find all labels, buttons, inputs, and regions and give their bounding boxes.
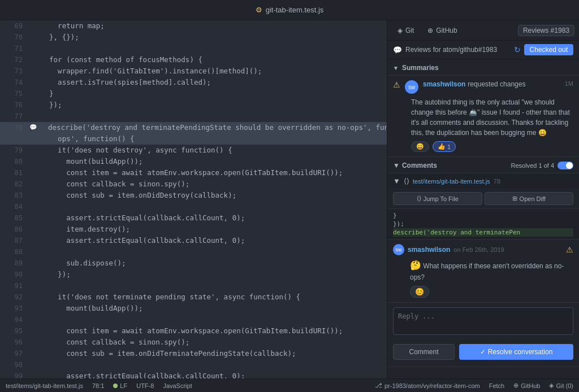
resolve-button[interactable]: ✓ Resolve conversation [459,344,573,360]
code-line: 84 [0,201,387,212]
panel-subheader: 💬 Reviews for atom/github#1983 ↻ Checked… [387,41,579,59]
snippet-line-3: describe('destroy and terminatePen [393,228,573,237]
open-diff-label: Open Diff [520,195,546,202]
line-number: 71 [0,43,29,54]
thumbs-up-reaction[interactable]: 👍 1 [433,141,456,152]
line-number: 81 [0,167,29,178]
code-line: 99 assert.strictEqual(callback.callCount… [0,371,387,378]
line-code: const item = await atomEnv.workspace.ope… [38,167,343,178]
comment-button[interactable]: Comment [393,344,455,360]
status-branch[interactable]: ⎇ pr-1983/atom/vy/refactor-item-com [375,382,480,389]
line-code: ops', function() { [38,133,135,145]
status-git[interactable]: ◈ Git (0) [549,382,573,389]
line-code: }); [38,99,62,111]
triangle-file-icon: ▼ [393,177,400,185]
jump-to-file-label: Jump To File [424,195,459,202]
status-charset-text: UTF-8 [136,382,154,389]
line-number: 90 [0,269,29,280]
code-line: 85 assert.strictEqual(callback.callCount… [0,212,387,224]
line-code: const callback = sinon.spy(); [38,337,189,348]
code-line: 88 [0,246,387,258]
code-line: 72 for (const method of focusMethods) { [0,54,387,66]
code-line: ops', function() { [0,133,387,145]
github-status-icon: ⊕ [513,382,518,389]
line-number: 94 [0,314,29,325]
line-code: }); [38,269,71,280]
resolved-toggle[interactable] [558,162,573,169]
line-number: 74 [0,77,29,88]
line-number: 98 [0,359,29,371]
line-number: 80 [0,156,29,167]
code-line: 74 assert.isTrue(spies[method].called); [0,77,387,88]
line-number: 86 [0,224,29,235]
line-code: mount(buildApp()); [38,156,143,167]
line-code: describe('destroy and terminatePendingSt… [37,122,387,133]
tab-git-label: Git [405,27,414,34]
status-file: test/items/git-tab-item.test.js [6,382,83,389]
status-encoding: LF [120,382,127,389]
line-code: }, {}); [38,32,79,43]
right-panel: ◈ Git ⊕ GitHub Reviews #1983 💬 Reviews f… [387,20,579,378]
file-title: ⚙ git-tab-item.test.js [256,6,324,14]
code-content: 69 return map;70 }, {});7172 for (const … [0,20,387,378]
resolve-label: Resolve conversation [488,348,553,356]
code-line: 78💬 describe('destroy and terminatePendi… [0,122,387,133]
status-file-name: test/items/git-tab-item.test.js [6,382,83,389]
add-reaction-button[interactable]: 😀 [411,141,429,152]
line-number: 89 [0,258,29,269]
line-number: 79 [0,145,29,156]
tab-github[interactable]: ⊕ GitHub [422,24,463,37]
comment-author: smashwilson [408,246,450,254]
line-number: 82 [0,178,29,190]
comment-reactions: 😊 [410,286,573,298]
line-code: assert.strictEqual(callback.callCount, 0… [38,235,245,246]
line-number: 73 [0,66,29,77]
summary-header: ⚠ sw smashwilson requested changes 1M [393,80,573,94]
main-layout: 69 return map;70 }, {});7172 for (const … [0,20,579,378]
summary-body: The autobind thing is the only actual "w… [411,97,573,138]
code-line: 95 const item = await atomEnv.workspace.… [0,325,387,337]
summary-meta: smashwilson requested changes [423,80,560,88]
line-number: 99 [0,371,29,378]
line-code: for (const method of focusMethods) { [38,54,202,66]
reply-input[interactable] [394,308,573,333]
comment-item-header: sw smashwilson on Feb 26th, 2019 ⚠ [393,244,573,255]
line-code: assert.strictEqual(callback.callCount, 0… [38,371,245,378]
file-line: 78 [494,178,500,185]
line-code: wrapper.find('GitTabItem').instance()[me… [38,66,262,77]
summary-action: requested changes [468,80,525,88]
code-line: 87 assert.strictEqual(callback.callCount… [0,235,387,246]
code-line: 71 [0,43,387,54]
summary-author: smashwilson [423,80,465,88]
refresh-button[interactable]: ↻ [514,45,521,54]
line-code: mount(buildApp()); [38,303,143,314]
code-editor: 69 return map;70 }, {});7172 for (const … [0,20,387,378]
status-github-text: GitHub [521,382,540,389]
comment-emoji-reaction[interactable]: 😊 [410,286,429,298]
open-diff-button[interactable]: ⊞ Open Diff [485,192,574,205]
line-number: 72 [0,54,29,66]
triangle-comments-icon: ▼ [393,162,400,169]
checked-out-button[interactable]: Checked out [524,44,573,55]
line-number: 75 [0,88,29,99]
tab-github-label: GitHub [436,27,457,34]
checkmark-icon: ✓ [480,348,486,356]
comment-indicator: 💬 [29,122,37,133]
tab-git[interactable]: ◈ Git [392,24,420,37]
line-code: assert.isTrue(spies[method].called); [38,77,211,88]
line-number: 69 [0,20,29,32]
file-comment-thread: ▼ ⟨⟩ test/items/git-tab-item.test.js 78 … [387,173,579,367]
status-github[interactable]: ⊕ GitHub [513,382,540,389]
code-line: 77 [0,111,387,122]
comment-item: sw smashwilson on Feb 26th, 2019 ⚠ 🤔 Wha… [387,239,579,303]
code-line: 91 [0,280,387,291]
reviews-badge: Reviews #1983 [518,25,574,36]
snippet-line-1: } [393,211,573,220]
file-name: git-tab-item.test.js [266,6,324,14]
reviews-for-text: Reviews for atom/github#1983 [405,46,511,54]
jump-to-file-button[interactable]: ⟨⟩ Jump To File [393,192,482,205]
summaries-title: Summaries [402,64,439,72]
panel-scrollable: ▼ Summaries ⚠ sw smashwilson requested c… [387,59,579,378]
status-fetch[interactable]: Fetch [489,382,505,389]
line-number: 92 [0,291,29,303]
